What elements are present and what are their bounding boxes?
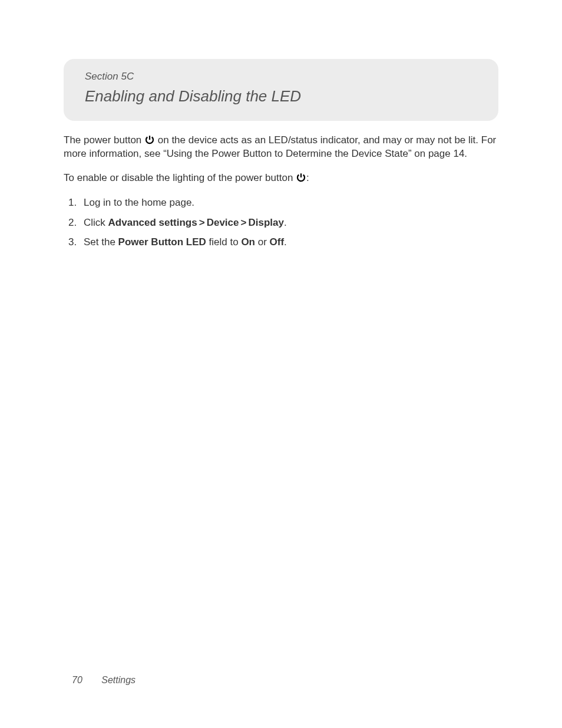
section-header-box: Section 5C Enabling and Disabling the LE… (64, 59, 498, 121)
power-icon (296, 172, 306, 183)
section-title: Enabling and Disabling the LED (85, 87, 477, 106)
page-number: 70 (72, 675, 82, 685)
list-item: Click Advanced settings>Device>Display. (68, 216, 498, 230)
page-body: Section 5C Enabling and Disabling the LE… (0, 0, 562, 249)
step3-part1: Set the (84, 236, 118, 248)
intro-text-part1: The power button (64, 134, 144, 146)
instruction-paragraph: To enable or disable the lighting of the… (64, 172, 498, 185)
option-on: On (241, 236, 255, 248)
page-footer: 70 Settings (72, 675, 135, 686)
section-label: Section 5C (85, 71, 477, 83)
instruction-text-part1: To enable or disable the lighting of the… (64, 172, 296, 183)
chapter-name: Settings (101, 675, 135, 685)
step1-text: Log in to the home page. (84, 197, 194, 208)
list-item: Log in to the home page. (68, 196, 498, 210)
power-icon (144, 134, 155, 145)
steps-list: Log in to the home page. Click Advanced … (64, 196, 498, 249)
step2-suffix: . (284, 217, 287, 228)
breadcrumb-display: Display (248, 217, 283, 228)
chevron-right-icon: > (197, 217, 207, 228)
field-name-power-button-led: Power Button LED (118, 236, 206, 248)
step3-part3: or (255, 236, 270, 248)
step3-part2: field to (206, 236, 242, 248)
breadcrumb-device: Device (207, 217, 239, 228)
intro-paragraph: The power button on the device acts as a… (64, 134, 498, 161)
option-off: Off (270, 236, 285, 248)
instruction-text-part2: : (306, 172, 309, 183)
list-item: Set the Power Button LED field to On or … (68, 235, 498, 249)
step3-part4: . (284, 236, 287, 248)
chevron-right-icon: > (239, 217, 248, 228)
breadcrumb-advanced-settings: Advanced settings (108, 217, 197, 228)
step2-prefix: Click (84, 217, 108, 228)
